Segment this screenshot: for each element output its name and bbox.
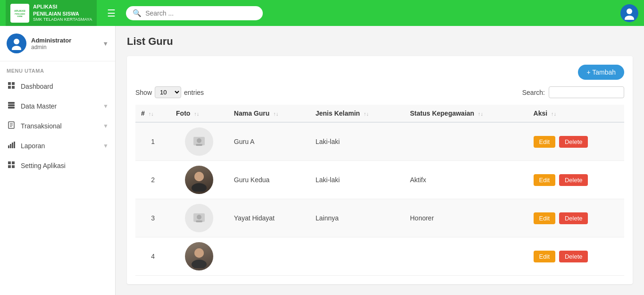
cell-photo — [170, 122, 228, 161]
entries-label: entries — [184, 89, 204, 96]
edit-button[interactable]: Edit — [534, 251, 555, 262]
search-input[interactable] — [145, 9, 256, 17]
delete-button[interactable]: Delete — [559, 136, 588, 148]
sort-icon-jenis[interactable]: ↑↓ — [364, 111, 369, 117]
user-avatar-top[interactable] — [620, 4, 638, 22]
cell-aksi: Edit Delete — [528, 199, 624, 237]
col-number: # ↑↓ — [135, 105, 170, 122]
edit-button[interactable]: Edit — [534, 212, 555, 224]
svg-rect-24 — [12, 161, 15, 164]
svg-rect-25 — [8, 165, 11, 168]
svg-rect-26 — [12, 165, 15, 168]
svg-rect-20 — [10, 144, 11, 148]
sidebar-username: Administrator — [31, 37, 98, 44]
data-master-arrow-icon: ▼ — [103, 103, 109, 110]
cell-nama-guru: Yayat Hidayat — [228, 199, 310, 237]
data-master-icon — [7, 101, 16, 111]
page-title: List Guru — [127, 35, 633, 48]
svg-rect-22 — [14, 142, 15, 148]
table-controls: Show 10 25 50 100 entries Search: — [135, 86, 624, 98]
cell-photo — [170, 237, 228, 276]
table-search-label: Search: — [522, 89, 545, 96]
svg-rect-13 — [8, 104, 15, 106]
sort-icon-nama[interactable]: ↑↓ — [273, 111, 278, 117]
delete-button[interactable]: Delete — [559, 174, 588, 186]
table-row: 1 Guru ALaki-laki Edit Delete — [135, 122, 624, 161]
content-card: + Tambah Show 10 25 50 100 entries Searc… — [127, 56, 633, 284]
col-foto: Foto ↑↓ — [170, 105, 228, 122]
table-row: 2 Guru KeduaLaki-lakiAktifx Edit Delete — [135, 161, 624, 199]
sort-icon-aksi[interactable]: ↑↓ — [551, 111, 556, 117]
edit-button[interactable]: Edit — [534, 174, 555, 186]
svg-rect-9 — [12, 82, 15, 85]
sidebar: Administrator admin ▼ MENU UTAMA Dashboa… — [0, 26, 116, 295]
table-row: 3 Yayat HidayatLainnyaHonorer Edit Delet… — [135, 199, 624, 237]
svg-text:SISWA: SISWA — [17, 16, 23, 17]
edit-button[interactable]: Edit — [534, 136, 555, 148]
sidebar-item-label-setting: Setting Aplikasi — [21, 162, 109, 169]
cell-photo — [170, 161, 228, 199]
topnav-right — [620, 4, 638, 22]
svg-rect-11 — [12, 86, 15, 89]
svg-point-28 — [197, 138, 201, 143]
svg-rect-8 — [8, 82, 11, 85]
brand-text: APLIKASI PENILAIAN SISWA SMK TELADAN KER… — [33, 3, 92, 22]
cell-aksi: Edit Delete — [528, 237, 624, 276]
sidebar-item-label-dashboard: Dashboard — [21, 83, 109, 90]
hamburger-button[interactable]: ☰ — [102, 5, 120, 22]
sidebar-avatar — [7, 34, 26, 53]
cell-jenis-kelamin: Lainnya — [310, 199, 404, 237]
sidebar-item-setting-aplikasi[interactable]: Setting Aplikasi — [0, 156, 115, 176]
table-search-area: Search: — [522, 86, 624, 98]
cell-nama-guru — [228, 237, 310, 276]
cell-aksi: Edit Delete — [528, 161, 624, 199]
top-navigation: APLIKASI PENILAIAN SISWA APLIKASI PENILA… — [0, 0, 644, 26]
photo-placeholder — [185, 127, 213, 156]
svg-rect-19 — [8, 145, 9, 148]
sort-icon-foto[interactable]: ↑↓ — [194, 111, 199, 117]
svg-point-32 — [194, 172, 204, 181]
cell-number: 4 — [135, 237, 170, 276]
sidebar-item-laporan[interactable]: Laporan ▼ — [0, 136, 115, 156]
sort-icon-status[interactable]: ↑↓ — [478, 111, 483, 117]
svg-point-31 — [192, 183, 207, 192]
delete-button[interactable]: Delete — [559, 251, 588, 262]
col-nama-guru: Nama Guru ↑↓ — [228, 105, 310, 122]
svg-text:PENILAIAN: PENILAIAN — [15, 13, 25, 15]
photo-real-2 — [185, 242, 213, 270]
sidebar-role: admin — [31, 44, 98, 51]
guru-table: # ↑↓ Foto ↑↓ Nama Guru ↑↓ Jenis Kelami — [135, 105, 624, 276]
svg-rect-12 — [8, 102, 15, 104]
cell-photo — [170, 199, 228, 237]
delete-button[interactable]: Delete — [559, 212, 588, 224]
laporan-arrow-icon: ▼ — [103, 143, 109, 149]
brand-logo-area: APLIKASI PENILAIAN SISWA APLIKASI PENILA… — [6, 0, 97, 26]
svg-rect-29 — [196, 144, 202, 146]
photo-real — [185, 166, 213, 194]
main-content: List Guru + Tambah Show 10 25 50 100 ent… — [116, 26, 644, 295]
svg-point-7 — [12, 46, 21, 50]
search-box: 🔍 — [126, 6, 263, 20]
svg-rect-35 — [196, 220, 202, 222]
svg-point-34 — [197, 215, 201, 219]
sidebar-item-data-master[interactable]: Data Master ▼ — [0, 96, 115, 116]
cell-aksi: Edit Delete — [528, 122, 624, 161]
sidebar-item-label-laporan: Laporan — [21, 142, 98, 150]
menu-section-label: MENU UTAMA — [0, 61, 115, 76]
sidebar-item-transaksional[interactable]: Transaksional ▼ — [0, 116, 115, 136]
svg-point-6 — [14, 39, 19, 44]
sort-icon-number[interactable]: ↑↓ — [149, 111, 154, 117]
svg-rect-23 — [8, 161, 11, 164]
show-entries-select[interactable]: 10 25 50 100 — [155, 86, 181, 98]
cell-jenis-kelamin: Laki-laki — [310, 122, 404, 161]
svg-rect-21 — [12, 143, 13, 148]
photo-placeholder — [185, 204, 213, 232]
table-search-input[interactable] — [549, 86, 624, 98]
svg-point-38 — [194, 248, 204, 258]
cell-nama-guru: Guru Kedua — [228, 161, 310, 199]
sidebar-item-dashboard[interactable]: Dashboard — [0, 76, 115, 96]
add-guru-button[interactable]: + Tambah — [578, 65, 624, 80]
table-body: 1 Guru ALaki-laki Edit Delete 2 Guru Ked… — [135, 122, 624, 276]
dashboard-icon — [7, 82, 16, 91]
sidebar-user-arrow[interactable]: ▼ — [102, 40, 109, 47]
